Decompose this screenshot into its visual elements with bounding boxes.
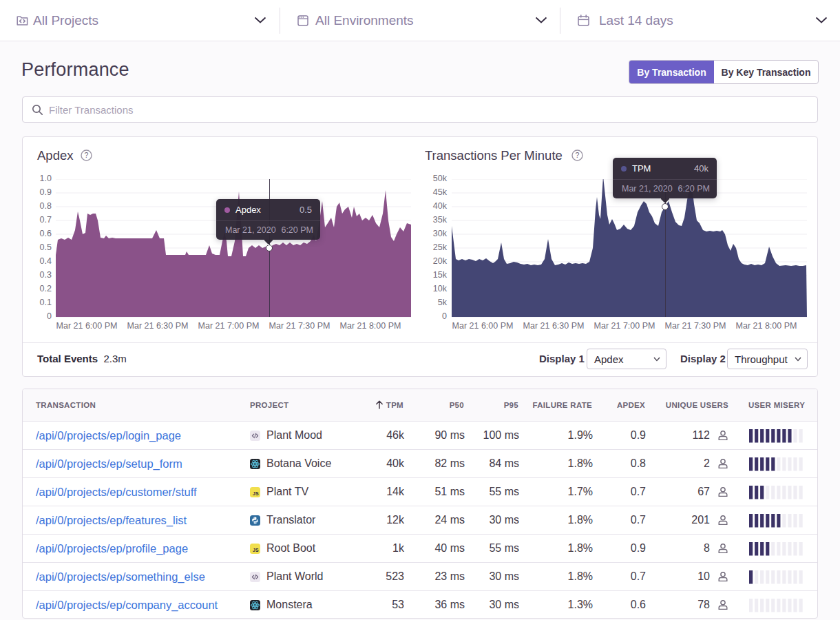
svg-text:?: ? [85,151,89,159]
svg-text:JS: JS [253,548,259,552]
svg-text:?: ? [576,151,580,159]
svg-text:JS: JS [253,491,259,496]
